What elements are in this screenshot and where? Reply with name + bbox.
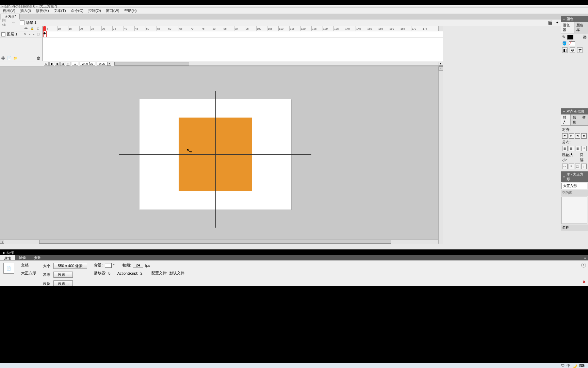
menu-text[interactable]: 文本(T) [54, 8, 66, 13]
ruler-tick[interactable]: 40 [124, 26, 127, 31]
ruler-tick[interactable]: 35 [112, 26, 116, 31]
menu-control[interactable]: 控制(O) [88, 8, 101, 13]
ruler-tick[interactable]: 60 [168, 26, 172, 31]
ruler-tick[interactable]: 10 [57, 26, 61, 31]
ruler-tick[interactable]: 120 [300, 26, 306, 31]
ruler-tick[interactable]: 55 [157, 26, 160, 31]
ruler-tick[interactable]: 135 [333, 26, 339, 31]
ruler-tick[interactable]: 95 [245, 26, 249, 31]
tray-moon-icon[interactable]: 🌙 [572, 364, 577, 368]
menu-insert[interactable]: 插入(I) [20, 8, 31, 13]
dist-bottom-icon[interactable]: ☰ [575, 146, 581, 151]
tab-transform[interactable]: 变 [580, 114, 588, 125]
ruler-tick[interactable]: 5 [46, 26, 48, 31]
hscroll-right-icon[interactable]: ▸ [439, 62, 443, 66]
ruler-tick[interactable]: 75 [201, 26, 205, 31]
tab-info[interactable]: 信息 [571, 114, 581, 125]
stroke-swatch[interactable] [567, 35, 573, 40]
tab-swatches[interactable]: 颜色样 [574, 22, 588, 33]
menu-modify[interactable]: 修改(M) [36, 8, 49, 13]
color-panel-header[interactable]: 颜色 [561, 16, 588, 22]
lock-icon[interactable]: 🔒 [30, 27, 34, 31]
onion-outline-icon[interactable]: ◑ [55, 62, 60, 66]
outline-icon[interactable]: □ [36, 27, 40, 31]
frames-track[interactable] [43, 31, 443, 37]
ruler-tick[interactable]: 30 [101, 26, 105, 31]
edit-symbol-icon[interactable]: ✦ [554, 20, 560, 26]
ruler-tick[interactable]: 105 [267, 26, 272, 31]
eye-icon[interactable]: 👁 [24, 27, 28, 31]
align-panel-header[interactable]: 对齐 & 信息 [561, 108, 588, 114]
menu-help[interactable]: 帮助(H) [124, 8, 137, 13]
fps-display[interactable]: 24.0 fps [80, 62, 95, 66]
timeline-ruler[interactable]: 5101520253035404550556065707580859095100… [43, 26, 443, 31]
onion-markers-icon[interactable]: [·] [66, 62, 70, 66]
stage-hscroll[interactable]: ◂ [0, 240, 438, 244]
eye-dot-icon[interactable]: • [29, 32, 31, 36]
ruler-tick[interactable]: 170 [411, 26, 416, 31]
ruler-tick[interactable]: 15 [68, 26, 72, 31]
tab-properties[interactable]: 属性 [0, 255, 15, 260]
tab-align[interactable]: 对齐 [561, 114, 571, 125]
ruler-tick[interactable]: 45 [134, 26, 138, 31]
ruler-tick[interactable]: 165 [400, 26, 405, 31]
tray-keyboard-icon[interactable]: ⌨ [579, 364, 585, 368]
background-swatch[interactable] [105, 263, 112, 268]
timeline-hscroll-thumb[interactable] [114, 62, 189, 65]
black-white-icon[interactable]: ◧ [562, 47, 568, 53]
panel-menu-icon[interactable]: ≡ [583, 255, 588, 260]
menu-view[interactable]: 视图(V) [3, 8, 15, 13]
size-button[interactable]: 550 x 400 像素 [53, 263, 87, 269]
edit-scene-icon[interactable]: 🎬 [548, 20, 553, 26]
tray-shield-icon[interactable]: 🛡 [561, 364, 565, 368]
space-v-icon[interactable]: ⋮ [581, 164, 587, 169]
library-panel-header[interactable]: 库 - 大正方形 [561, 171, 588, 182]
help-icon[interactable]: ? [581, 263, 586, 267]
align-top-icon[interactable]: ⊓ [581, 133, 587, 139]
tab-parameters[interactable]: 参数 [30, 255, 45, 260]
add-guide-icon[interactable]: 📄 [7, 56, 12, 60]
match-both-icon[interactable]: ⬚ [575, 164, 581, 169]
ruler-tick[interactable]: 150 [367, 26, 372, 31]
hscroll-left-icon[interactable]: ◂ [107, 62, 111, 66]
ruler-tick[interactable]: 25 [90, 26, 94, 31]
dist-vcenter-icon[interactable]: ☰ [569, 146, 574, 151]
tab-filters[interactable]: 滤镜 [15, 255, 30, 260]
ruler-tick[interactable]: 70 [190, 26, 194, 31]
add-folder-icon[interactable]: 📁 [13, 56, 18, 60]
ruler-tick[interactable]: 125 [311, 26, 316, 31]
bucket-tool-icon[interactable]: 🪣 [562, 41, 567, 46]
back-arrow-icon[interactable]: ⇦ [11, 20, 16, 26]
collapse-icon[interactable]: ✖ [582, 280, 586, 284]
hscroll-left-icon[interactable]: ◂ [0, 240, 4, 244]
publish-settings-button[interactable]: 设置... [53, 272, 73, 278]
menu-window[interactable]: 窗口(W) [106, 8, 119, 13]
library-name-column[interactable]: 名称 [561, 225, 588, 231]
onion-skin-icon[interactable]: ◐ [49, 62, 54, 66]
edit-multi-icon[interactable]: ⊞ [60, 62, 65, 66]
ruler-tick[interactable]: 145 [356, 26, 361, 31]
ruler-tick[interactable]: 65 [179, 26, 182, 31]
ruler-tick[interactable]: 160 [389, 26, 394, 31]
match-width-icon[interactable]: ⬄ [562, 164, 568, 169]
align-right-icon[interactable]: ⊐ [575, 133, 581, 139]
ruler-tick[interactable]: 100 [256, 26, 261, 31]
ruler-tick[interactable]: 155 [378, 26, 383, 31]
match-height-icon[interactable]: ⬍ [569, 164, 574, 169]
no-color-icon[interactable]: ⊘ [570, 47, 575, 53]
ruler-tick[interactable]: 90 [234, 26, 238, 31]
ruler-vscroll[interactable] [438, 26, 443, 31]
outline-box-icon[interactable]: □ [37, 32, 39, 36]
ruler-tick[interactable]: 20 [79, 26, 83, 31]
stage-area[interactable]: ↖ ✥ ▴ ◂ [0, 66, 443, 244]
stage-hscroll-thumb[interactable] [39, 240, 391, 244]
vscroll-up-icon[interactable]: ▴ [439, 66, 443, 71]
menu-commands[interactable]: 命令(C) [71, 8, 83, 13]
dist-top-icon[interactable]: ☰ [562, 146, 568, 151]
current-frame[interactable]: 1 [72, 62, 78, 66]
timeline-toggle-icon[interactable]: 间轴 [2, 20, 7, 26]
library-doc-name[interactable]: 大正方形 [561, 183, 587, 189]
keyframe-icon[interactable] [44, 32, 46, 34]
align-hcenter-icon[interactable]: ⊟ [569, 133, 574, 139]
ime-indicator[interactable]: 中 [567, 363, 570, 368]
